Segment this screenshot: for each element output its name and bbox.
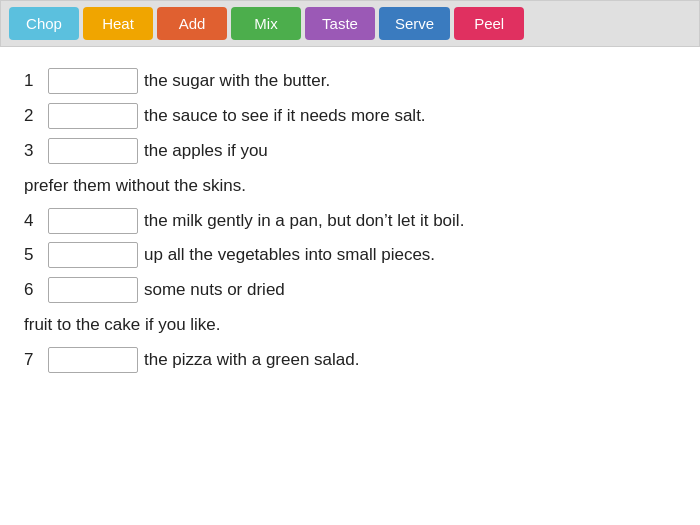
exercise-number-1: 1: [24, 67, 48, 96]
exercise-input-4[interactable]: [48, 208, 138, 234]
toolbar: ChopHeatAddMixTasteServePeel: [0, 0, 700, 47]
exercise-sentence-6: some nuts or dried: [144, 276, 285, 305]
exercise-row-1: 1the sugar with the butter.: [24, 67, 676, 96]
exercise-row-7: 7the pizza with a green salad.: [24, 346, 676, 375]
exercise-sentence-4: the milk gently in a pan, but don’t let …: [144, 207, 464, 236]
exercise-input-3[interactable]: [48, 138, 138, 164]
chop-button[interactable]: Chop: [9, 7, 79, 40]
exercise-number-3: 3: [24, 137, 48, 166]
exercise-row-4: 4the milk gently in a pan, but don’t let…: [24, 207, 676, 236]
exercise-number-2: 2: [24, 102, 48, 131]
exercise-sentence-3: the apples if you: [144, 137, 268, 166]
serve-button[interactable]: Serve: [379, 7, 450, 40]
exercise-continuation-3: prefer them without the skins.: [24, 172, 676, 201]
add-button[interactable]: Add: [157, 7, 227, 40]
taste-button[interactable]: Taste: [305, 7, 375, 40]
mix-button[interactable]: Mix: [231, 7, 301, 40]
exercise-sentence-5: up all the vegetables into small pieces.: [144, 241, 435, 270]
exercise-number-4: 4: [24, 207, 48, 236]
exercise-sentence-2: the sauce to see if it needs more salt.: [144, 102, 426, 131]
exercise-input-2[interactable]: [48, 103, 138, 129]
exercise-number-7: 7: [24, 346, 48, 375]
exercise-input-7[interactable]: [48, 347, 138, 373]
exercise-row-3: 3the apples if you: [24, 137, 676, 166]
content-area: 1the sugar with the butter.2the sauce to…: [0, 47, 700, 401]
exercise-continuation-6: fruit to the cake if you like.: [24, 311, 676, 340]
exercise-number-5: 5: [24, 241, 48, 270]
exercise-row-6: 6some nuts or dried: [24, 276, 676, 305]
exercise-sentence-1: the sugar with the butter.: [144, 67, 330, 96]
exercise-number-6: 6: [24, 276, 48, 305]
exercise-sentence-7: the pizza with a green salad.: [144, 346, 359, 375]
exercise-row-2: 2the sauce to see if it needs more salt.: [24, 102, 676, 131]
exercise-row-5: 5up all the vegetables into small pieces…: [24, 241, 676, 270]
peel-button[interactable]: Peel: [454, 7, 524, 40]
exercise-input-1[interactable]: [48, 68, 138, 94]
heat-button[interactable]: Heat: [83, 7, 153, 40]
exercise-input-6[interactable]: [48, 277, 138, 303]
exercise-input-5[interactable]: [48, 242, 138, 268]
